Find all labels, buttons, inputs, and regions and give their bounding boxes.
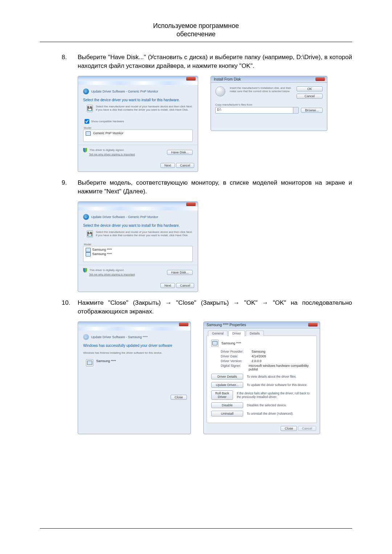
monitor-icon: [86, 359, 93, 366]
v-version: 2.0.0.0: [252, 359, 262, 363]
breadcrumb-text: Update Driver Software - Generic PnP Mon…: [91, 90, 158, 93]
accent-strip: [78, 81, 198, 85]
device-name: Samsung ****: [96, 359, 116, 366]
monitor-icon: [86, 248, 91, 252]
model-listbox[interactable]: Generic PnP Monitor: [83, 130, 193, 142]
disable-desc: Disables the selected device.: [247, 403, 287, 407]
path-value: D:\: [217, 108, 221, 111]
cancel-button[interactable]: Cancel: [176, 163, 194, 168]
dialog-heading: Select the device driver you want to ins…: [83, 223, 193, 227]
dialog-heading: Windows has successfully updated your dr…: [83, 344, 185, 348]
driver-details-button[interactable]: Driver Details: [211, 374, 243, 379]
tabs: General Driver Details: [207, 331, 317, 336]
close-button[interactable]: Close: [281, 426, 297, 431]
close-icon[interactable]: [186, 202, 196, 206]
why-signing-link[interactable]: Tell me why driver signing is important: [89, 153, 135, 156]
close-icon[interactable]: [179, 323, 188, 326]
v-date: 4/14/2005: [252, 354, 266, 358]
doc-footer: [40, 528, 352, 529]
dialog-subtext: Windows has finished installing the driv…: [83, 351, 185, 354]
next-button[interactable]: Next: [160, 163, 175, 168]
k-provider: Driver Provider:: [221, 350, 252, 353]
shield-icon: [83, 268, 87, 272]
signed-text: This driver is digitally signed.: [90, 149, 124, 152]
dialog-properties: Samsung **** Properties General Driver D…: [203, 321, 320, 434]
window-title: Samsung **** Properties: [204, 322, 320, 328]
tab-general[interactable]: General: [208, 331, 228, 336]
have-disk-button[interactable]: Have Disk...: [167, 150, 193, 155]
step-10: 10. Нажмите "Close" (Закрыть) → "Close" …: [62, 299, 352, 316]
rollback-driver-desc: If the device fails after updating the d…: [237, 391, 312, 399]
uninstall-button[interactable]: Uninstall: [211, 411, 243, 416]
step-9: 9. Выберите модель, соответствующую мони…: [62, 178, 352, 196]
breadcrumb-text: Update Driver Software - Samsung ****: [91, 335, 148, 339]
tab-details[interactable]: Details: [246, 331, 264, 336]
step-10-num: 10.: [62, 299, 78, 308]
path-input[interactable]: D:\: [215, 107, 299, 114]
dialog-install-from-disk: Install From Disk Insert the manufacture…: [211, 76, 327, 131]
model-item: Generic PnP Monitor: [93, 132, 123, 135]
update-driver-button[interactable]: Update Driver...: [211, 382, 243, 388]
back-icon[interactable]: ←: [83, 214, 89, 220]
header-line2: обеспечение: [176, 30, 216, 38]
driver-details-desc: To view details about the driver files.: [247, 375, 297, 378]
page: Используемое программное обеспечение 8. …: [0, 0, 392, 554]
monitor-icon: [211, 340, 219, 347]
ok-button[interactable]: OK: [297, 86, 323, 91]
dialog-subtext: Select the manufacturer and model of you…: [96, 230, 193, 238]
model-item-2[interactable]: Samsung ****: [92, 253, 112, 256]
model-label: Model: [84, 126, 193, 130]
breadcrumb-text: Update Driver Software - Generic PnP Mon…: [91, 215, 158, 219]
drive-icon: 💾: [87, 105, 93, 112]
dialog-heading: Select the device driver you want to ins…: [83, 98, 193, 102]
v-signer: microsoft windows hardware compatibility…: [249, 364, 312, 371]
dialog-select-driver: ← Update Driver Software - Generic PnP M…: [78, 76, 198, 172]
disable-button[interactable]: Disable: [211, 402, 243, 408]
step-8-shots: ← Update Driver Software - Generic PnP M…: [78, 76, 352, 172]
shield-icon: [83, 148, 87, 152]
k-version: Driver Version:: [221, 359, 252, 363]
tab-driver[interactable]: Driver: [228, 331, 245, 336]
v-provider: Samsung: [252, 350, 265, 353]
step-9-text: Выберите модель, соответствующую монитор…: [78, 178, 352, 196]
back-icon[interactable]: ←: [83, 89, 89, 94]
step-9-shots: ← Update Driver Software - Generic PnP M…: [78, 201, 352, 292]
close-button[interactable]: Close: [171, 395, 187, 400]
disk-icon: [215, 86, 225, 97]
doc-header: Используемое программное обеспечение: [40, 22, 352, 42]
back-icon: ←: [83, 334, 89, 340]
k-date: Driver Date:: [221, 354, 252, 358]
show-compatible-checkbox[interactable]: Show compatible hardware: [83, 120, 124, 123]
show-compatible-label: Show compatible hardware: [91, 120, 124, 123]
header-line1: Используемое программное: [153, 22, 239, 29]
model-item-1[interactable]: Samsung ****: [92, 248, 112, 252]
window-titlebar: [78, 322, 191, 327]
accent-strip: [78, 327, 191, 331]
close-icon[interactable]: [186, 77, 196, 81]
next-button[interactable]: Next: [160, 283, 175, 288]
browse-button[interactable]: Browse...: [301, 108, 323, 113]
dialog-update-success: ← Update Driver Software - Samsung **** …: [78, 321, 191, 434]
cancel-button[interactable]: Cancel: [297, 94, 323, 99]
window-titlebar: [78, 202, 198, 207]
step-10-text: Нажмите "Close" (Закрыть) → "Close" (Зак…: [78, 299, 352, 316]
have-disk-button[interactable]: Have Disk...: [167, 270, 193, 275]
monitor-icon: [86, 131, 91, 136]
cancel-button: Cancel: [298, 426, 316, 431]
window-titlebar: [78, 76, 198, 81]
why-signing-link[interactable]: Tell me why driver signing is important: [89, 273, 135, 276]
update-driver-desc: To update the driver software for this d…: [247, 383, 307, 387]
dialog-subtext: Select the manufacturer and model of you…: [96, 105, 193, 112]
rollback-driver-button[interactable]: Roll Back Driver: [211, 390, 233, 400]
k-signer: Digital Signer:: [221, 364, 249, 371]
step-10-shots: ← Update Driver Software - Samsung **** …: [78, 321, 352, 434]
window-title: Install From Disk: [211, 76, 327, 83]
breadcrumb: ← Update Driver Software - Samsung ****: [83, 334, 185, 340]
copy-from-label: Copy manufacturer's files from:: [211, 102, 327, 107]
step-9-num: 9.: [62, 178, 78, 188]
close-icon[interactable]: [315, 77, 325, 81]
cancel-button[interactable]: Cancel: [176, 283, 194, 288]
close-icon[interactable]: [308, 323, 318, 327]
model-listbox[interactable]: Samsung **** Samsung ****: [83, 246, 193, 262]
tab-pane-driver: Samsung **** Driver Provider:Samsung Dri…: [207, 336, 317, 423]
